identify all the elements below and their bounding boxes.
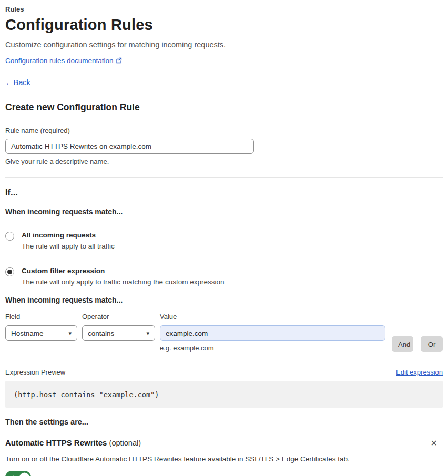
- and-button[interactable]: And: [392, 336, 413, 352]
- and-or-buttons: And Or: [392, 313, 443, 352]
- value-input[interactable]: [160, 325, 385, 341]
- setting-optional-label: (optional): [109, 439, 141, 447]
- value-help: e.g. example.com: [160, 344, 385, 352]
- toggle-knob[interactable]: [19, 472, 29, 476]
- create-rule-title: Create new Configuration Rule: [5, 102, 443, 113]
- page-title: Configuration Rules: [5, 16, 443, 34]
- expression-code-block: (http.host contains "example.com"): [5, 381, 443, 408]
- back-link[interactable]: Back: [14, 78, 30, 87]
- expression-builder-row: Field Hostname ▾ Operator contains ▾ Val…: [5, 313, 443, 352]
- radio-unselected-icon[interactable]: [5, 232, 14, 241]
- setting-description: Turn on or off the Cloudflare Automatic …: [5, 455, 443, 463]
- radio-option-all-requests[interactable]: All incoming requests The rule will appl…: [5, 231, 443, 250]
- value-column: Value e.g. example.com: [160, 313, 385, 352]
- operator-select-value: contains: [88, 329, 114, 337]
- chevron-down-icon: ▾: [146, 330, 149, 337]
- radio-option-label: Custom filter expression: [22, 267, 224, 275]
- field-label: Field: [5, 313, 77, 320]
- radio-option-description: The rule will apply to all traffic: [22, 242, 115, 250]
- https-rewrites-toggle[interactable]: ✓: [5, 471, 31, 476]
- operator-select[interactable]: contains ▾: [82, 325, 155, 341]
- or-button[interactable]: Or: [421, 336, 443, 352]
- rule-name-input[interactable]: [5, 139, 254, 154]
- radio-option-texts: Custom filter expression The rule will o…: [22, 267, 224, 286]
- expression-preview-row: Expression Preview Edit expression: [5, 368, 443, 376]
- rule-name-help: Give your rule a descriptive name.: [5, 158, 443, 165]
- radio-option-label: All incoming requests: [22, 231, 115, 239]
- back-arrow-icon: ←: [5, 78, 13, 87]
- field-column: Field Hostname ▾: [5, 313, 77, 352]
- operator-label: Operator: [82, 313, 155, 320]
- radio-option-description: The rule will only apply to traffic matc…: [22, 278, 224, 286]
- chevron-down-icon: ▾: [68, 330, 72, 337]
- page-subtitle: Customize configuration settings for mat…: [5, 40, 443, 49]
- back-link-row: ←Back: [5, 78, 443, 87]
- then-settings-title: Then the settings are...: [5, 418, 443, 426]
- expression-code: (http.host contains "example.com"): [14, 390, 159, 399]
- match-title: When incoming requests match...: [5, 208, 443, 216]
- expression-builder-title: When incoming requests match...: [5, 296, 443, 304]
- radio-option-custom-filter[interactable]: Custom filter expression The rule will o…: [5, 267, 443, 286]
- documentation-link-row: Configuration rules documentation: [5, 57, 443, 65]
- setting-name-bold: Automatic HTTPS Rewrites: [5, 438, 107, 447]
- operator-column: Operator contains ▾: [82, 313, 155, 352]
- field-select[interactable]: Hostname ▾: [5, 325, 77, 341]
- setting-name: Automatic HTTPS Rewrites (optional): [5, 438, 141, 447]
- check-icon: ✓: [9, 473, 15, 476]
- rule-name-label: Rule name (required): [5, 127, 443, 134]
- section-divider: [5, 177, 443, 178]
- breadcrumb: Rules: [5, 5, 443, 13]
- external-link-icon: [116, 57, 122, 65]
- setting-header-row: Automatic HTTPS Rewrites (optional) ✕: [5, 438, 443, 449]
- close-icon[interactable]: ✕: [429, 438, 440, 449]
- documentation-link[interactable]: Configuration rules documentation: [5, 57, 114, 65]
- value-label: Value: [160, 313, 385, 320]
- expression-preview-label: Expression Preview: [5, 368, 65, 376]
- field-select-value: Hostname: [11, 329, 44, 337]
- edit-expression-link[interactable]: Edit expression: [396, 368, 443, 376]
- radio-option-texts: All incoming requests The rule will appl…: [22, 231, 115, 250]
- radio-selected-icon[interactable]: [5, 267, 14, 276]
- if-title: If...: [5, 188, 443, 198]
